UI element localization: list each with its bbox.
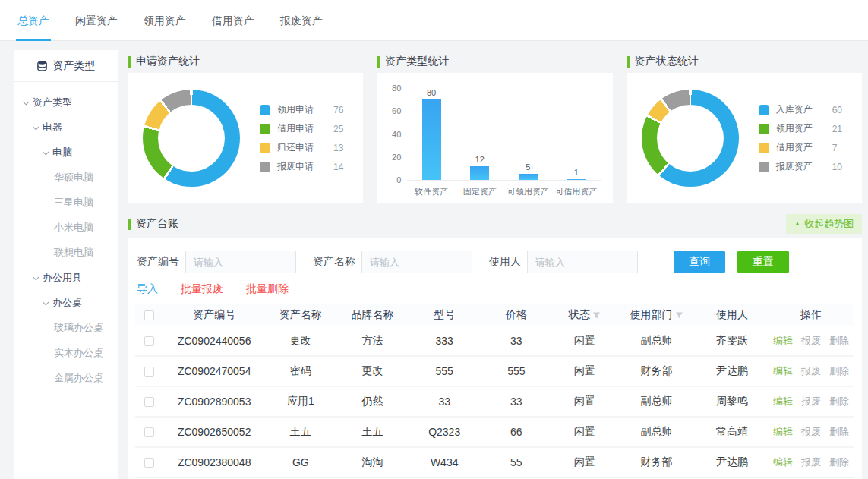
- legend-item[interactable]: 领用资产21: [759, 122, 842, 135]
- caret-down-icon: [43, 299, 49, 305]
- x-axis-label: 固定资产: [456, 186, 504, 197]
- tab-borrowed-assets[interactable]: 借用资产: [212, 0, 254, 41]
- edit-action[interactable]: 编辑: [773, 455, 793, 469]
- scrap-action[interactable]: 报废: [801, 334, 821, 348]
- panel-title: 资产状态统计: [627, 50, 862, 73]
- cell-5: 闲置: [552, 425, 617, 439]
- row-checkbox[interactable]: [144, 397, 154, 407]
- scrap-action[interactable]: 报废: [801, 364, 821, 378]
- tab-idle-assets[interactable]: 闲置资产: [75, 0, 118, 41]
- panel-title-text: 资产类型统计: [385, 55, 449, 68]
- table-row: ZC0902650052王五王五Q232366闲置副总师常高靖编辑报废删除: [135, 418, 854, 448]
- legend-item[interactable]: 借用申请25: [260, 122, 343, 135]
- y-axis-tick: 20: [383, 153, 401, 162]
- cell-5: 闲置: [552, 334, 617, 348]
- delete-action[interactable]: 删除: [829, 395, 849, 408]
- legend-swatch: [260, 162, 270, 172]
- cell-7: 常高靖: [696, 425, 769, 439]
- legend-item[interactable]: 入库资产60: [759, 103, 842, 116]
- cell-1: 密码: [264, 364, 336, 378]
- column-header-label: 资产名称: [279, 308, 322, 322]
- tree-item-6[interactable]: 联想电脑: [14, 240, 118, 265]
- y-axis-tick: 80: [383, 84, 401, 93]
- bar-value-label: 80: [427, 88, 436, 97]
- tree-item-label: 电器: [43, 121, 62, 134]
- user-input[interactable]: [527, 251, 638, 273]
- asset-name-input[interactable]: [361, 251, 472, 273]
- x-axis-label: 可借用资产: [552, 186, 601, 197]
- tree-item-11[interactable]: 金属办公桌: [14, 365, 118, 390]
- filter-funnel-icon[interactable]: [675, 311, 683, 320]
- legend-item[interactable]: 报废申请14: [260, 160, 343, 173]
- tree-item-5[interactable]: 小米电脑: [14, 215, 118, 240]
- edit-action[interactable]: 编辑: [773, 425, 793, 439]
- scrap-action[interactable]: 报废: [801, 395, 821, 408]
- tree-item-2[interactable]: 电脑: [14, 140, 118, 165]
- column-header-label: 使用部门: [630, 308, 673, 322]
- query-button[interactable]: 查询: [674, 251, 725, 273]
- tab-total-assets[interactable]: 总资产: [17, 0, 49, 41]
- legend-item[interactable]: 报废资产10: [759, 160, 842, 173]
- sidebar-header: 资产类型: [14, 50, 118, 82]
- column-header-1: 资产名称: [264, 308, 336, 322]
- cell-4: 33: [481, 335, 553, 347]
- row-checkbox[interactable]: [144, 458, 154, 468]
- import-link[interactable]: 导入: [137, 282, 158, 296]
- tree-item-8[interactable]: 办公桌: [14, 290, 118, 315]
- y-axis-tick: 0: [383, 175, 401, 184]
- tab-bar: 总资产闲置资产领用资产借用资产报废资产: [0, 0, 868, 41]
- delete-action[interactable]: 删除: [829, 334, 849, 348]
- scrap-action[interactable]: 报废: [801, 455, 821, 469]
- tree-item-3[interactable]: 华硕电脑: [14, 165, 118, 190]
- legend-label: 借用资产: [776, 141, 823, 154]
- tab-scrapped-assets[interactable]: 报废资产: [280, 0, 323, 41]
- collapse-trend-button[interactable]: ▲ 收起趋势图: [786, 214, 862, 234]
- cell-0: ZC0902650052: [164, 426, 265, 438]
- row-select-cell: [135, 397, 164, 407]
- select-all-checkbox[interactable]: [144, 310, 154, 320]
- legend-item[interactable]: 归还申请13: [260, 141, 343, 154]
- scrap-action[interactable]: 报废: [801, 425, 821, 439]
- panel-title: 申请资产统计: [128, 50, 363, 73]
- row-checkbox[interactable]: [144, 427, 154, 437]
- delete-action[interactable]: 删除: [829, 364, 849, 378]
- row-actions-cell: 编辑报废删除: [768, 334, 854, 348]
- tree-item-9[interactable]: 玻璃办公桌: [14, 315, 118, 340]
- ledger-card: 资产编号 资产名称 使用人 查询 重置 导入 批量报废批量删除: [128, 238, 862, 479]
- reset-button[interactable]: 重置: [737, 251, 789, 273]
- legend-swatch: [759, 124, 769, 134]
- tree-item-7[interactable]: 办公用具: [14, 265, 118, 290]
- batch-scrap-link[interactable]: 批量报废: [181, 282, 223, 296]
- bar: [422, 99, 441, 180]
- select-all-cell: [135, 310, 164, 320]
- legend-item[interactable]: 领用申请76: [260, 103, 343, 116]
- user-label: 使用人: [489, 255, 521, 269]
- tree-item-10[interactable]: 实木办公桌: [14, 340, 118, 365]
- legend-item[interactable]: 借用资产7: [759, 141, 842, 154]
- tree-item-label: 电脑: [52, 146, 72, 159]
- tree-item-0[interactable]: 资产类型: [14, 90, 118, 115]
- edit-action[interactable]: 编辑: [773, 395, 793, 408]
- batch-delete-link[interactable]: 批量删除: [246, 282, 289, 296]
- delete-action[interactable]: 删除: [829, 455, 849, 469]
- tree-item-1[interactable]: 电器: [14, 115, 118, 140]
- tree-item-label: 办公用具: [43, 271, 82, 285]
- row-checkbox[interactable]: [144, 367, 154, 377]
- filter-funnel-icon[interactable]: [592, 311, 601, 320]
- asset-code-input[interactable]: [185, 251, 296, 273]
- tree-item-4[interactable]: 三星电脑: [14, 190, 118, 215]
- row-select-cell: [135, 458, 164, 468]
- cell-4: 66: [481, 426, 553, 438]
- delete-action[interactable]: 删除: [829, 425, 849, 439]
- bar: [470, 166, 489, 180]
- edit-action[interactable]: 编辑: [773, 364, 793, 378]
- edit-action[interactable]: 编辑: [773, 334, 793, 348]
- legend-label: 入库资产: [776, 103, 823, 116]
- table-body: ZC0902440056更改方法33333闲置副总师齐雯跃编辑报废删除ZC090…: [135, 326, 854, 478]
- cell-0: ZC0902890053: [164, 395, 265, 408]
- legend-value: 21: [832, 124, 842, 134]
- row-checkbox[interactable]: [144, 336, 154, 346]
- tab-received-assets[interactable]: 领用资产: [144, 0, 186, 41]
- legend-value: 10: [832, 162, 842, 172]
- cell-3: 33: [409, 395, 481, 408]
